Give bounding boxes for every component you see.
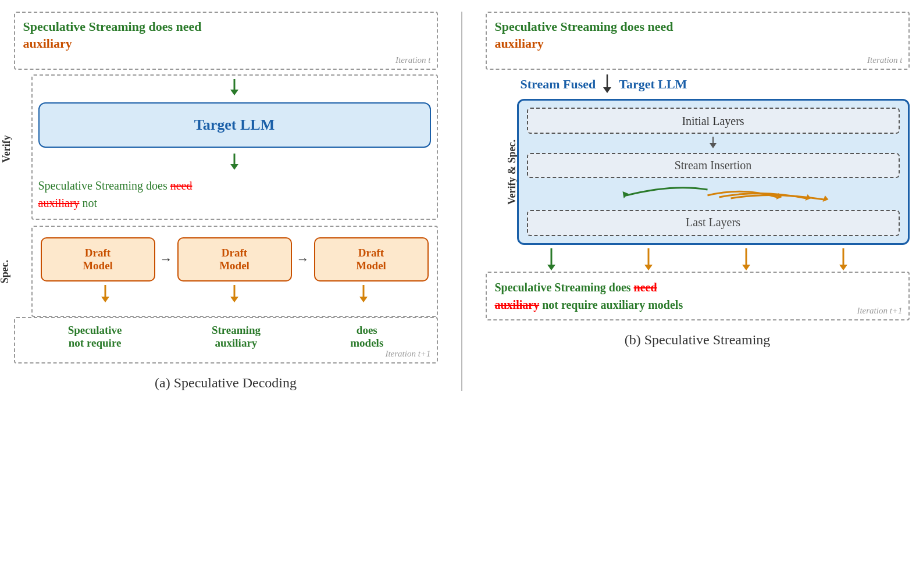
spec-section: Spec. DraftModel → DraftModel → DraftMod… [14, 226, 438, 317]
stream-fused-label: Stream Fused [521, 77, 596, 92]
left-panel: Speculative Streaming does need auxiliar… [14, 12, 438, 391]
initial-layers-box: Initial Layers [527, 108, 900, 134]
svg-marker-25 [839, 265, 847, 270]
svg-marker-23 [742, 265, 750, 270]
right-bot-green2: not require auxiliary models [539, 298, 683, 311]
left-top-box: Speculative Streaming does need auxiliar… [14, 12, 438, 70]
right-top-orange: auxiliary [495, 36, 544, 51]
verify-label: Verify [1, 135, 13, 162]
right-bottom-box: Speculative Streaming does need auxiliar… [486, 272, 910, 320]
arrow-1: → [160, 252, 173, 267]
main-container: Speculative Streaming does need auxiliar… [14, 12, 910, 391]
initial-layers-title: Initial Layers [535, 115, 892, 128]
svg-marker-13 [710, 143, 717, 148]
left-bot-streaming: Streamingauxiliary [212, 324, 261, 349]
right-output-arrows [486, 248, 910, 272]
spec-dashed-box: DraftModel → DraftModel → DraftModel [31, 226, 438, 317]
left-middle-text: Speculative Streaming does need auxiliar… [38, 177, 431, 212]
left-middle-red2: auxiliary [38, 197, 80, 209]
verify-spec-label: Verify & Spec. [506, 140, 518, 205]
stream-insertion-title: Stream Insertion [535, 159, 892, 172]
draft-models-row: DraftModel → DraftModel → DraftModel [41, 237, 429, 281]
svg-marker-9 [359, 297, 368, 302]
svg-marker-19 [547, 265, 555, 270]
svg-marker-11 [603, 87, 611, 93]
right-iteration-t1: Iteration t+1 [857, 306, 902, 316]
svg-marker-5 [101, 297, 109, 302]
last-layers-title: Last Layers [535, 216, 892, 229]
svg-marker-7 [230, 297, 238, 302]
right-bot-red2: auxiliary [495, 298, 540, 311]
left-iteration-t: Iteration t [395, 55, 430, 65]
stream-fused-header: Stream Fused Target LLM [486, 74, 910, 94]
right-bottom-text: Speculative Streaming does need auxiliar… [495, 279, 900, 313]
draft-arrow-2 [228, 285, 241, 308]
left-middle-green2: not [80, 197, 98, 209]
right-bot-red1: need [634, 281, 657, 294]
draft-model-1: DraftModel [41, 237, 155, 281]
stream-insertion-box: Stream Insertion [527, 153, 900, 178]
last-layers-box: Last Layers [527, 210, 900, 236]
curved-arrows-area [527, 181, 900, 210]
verify-section: Verify Target LLM Speculative Streaming … [14, 74, 438, 223]
target-llm-box: Target LLM [38, 102, 431, 148]
svg-marker-1 [230, 90, 238, 95]
left-middle-red1: need [170, 179, 193, 192]
arrow-2: → [297, 252, 309, 267]
draft-model-3: DraftModel [314, 237, 429, 281]
draft-arrows-row [41, 285, 429, 308]
spec-label: Spec. [0, 259, 10, 283]
left-middle-green1: Speculative Streaming does [38, 179, 170, 192]
right-top-text: Speculative Streaming does need auxiliar… [495, 19, 900, 52]
panel-divider [461, 12, 462, 391]
draft-model-2: DraftModel [177, 237, 292, 281]
right-target-llm: Target LLM [619, 77, 687, 92]
right-caption: (b) Speculative Streaming [486, 332, 910, 348]
left-bot-spec: Speculativenot require [68, 324, 122, 349]
left-iteration-t1: Iteration t+1 [385, 349, 430, 359]
right-bot-green1: Speculative Streaming does [495, 281, 634, 294]
right-iteration-t: Iteration t [867, 55, 902, 65]
svg-marker-3 [230, 164, 238, 170]
left-top-green1: Speculative Streaming does need [23, 19, 202, 34]
outer-blue-box: Initial Layers Stream Insertion [517, 99, 910, 245]
left-bot-does: doesmodels [350, 324, 383, 349]
left-bottom-text: Speculativenot require Streamingauxiliar… [23, 324, 429, 350]
svg-marker-21 [644, 265, 653, 270]
left-bottom-box: Speculativenot require Streamingauxiliar… [14, 317, 438, 364]
draft-arrow-1 [99, 285, 112, 308]
verify-spec-section: Verify & Spec. Initial Layers Stream Ins… [486, 99, 910, 245]
left-top-orange: auxiliary [23, 36, 72, 51]
left-caption: (a) Speculative Decoding [14, 375, 438, 391]
right-top-green1: Speculative Streaming does need [495, 19, 673, 34]
right-panel: Speculative Streaming does need auxiliar… [486, 12, 910, 391]
draft-arrow-3 [357, 285, 370, 308]
verify-dashed-box: Target LLM Speculative Streaming does ne… [31, 74, 438, 220]
left-top-text: Speculative Streaming does need auxiliar… [23, 19, 429, 52]
right-top-box: Speculative Streaming does need auxiliar… [486, 12, 910, 70]
